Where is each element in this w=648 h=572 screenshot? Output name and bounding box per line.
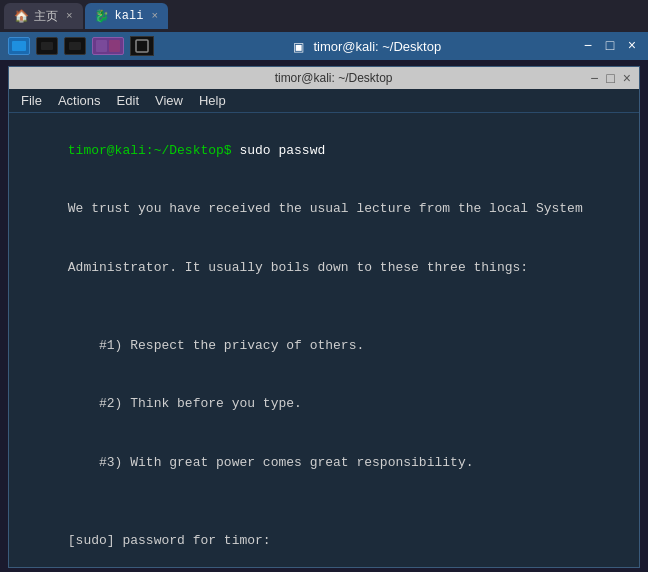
tab-kali-close[interactable]: ×	[151, 10, 158, 22]
text-2: We trust you have received the usual lec…	[68, 201, 583, 216]
menu-file[interactable]: File	[21, 93, 42, 108]
toolbar-icons	[8, 36, 154, 56]
toolbar-icon-4[interactable]	[92, 37, 124, 55]
cmd-1: sudo passwd	[232, 143, 326, 158]
line-3: Administrator. It usually boils down to …	[21, 238, 627, 297]
tab-kali-label: kali	[115, 9, 144, 23]
terminal-maximize[interactable]: □	[606, 70, 614, 86]
terminal-win-controls: − □ ×	[590, 70, 631, 86]
toolbar-icon-1[interactable]	[8, 37, 30, 55]
window-toolbar: ▣ timor@kali: ~/Desktop − □ ×	[0, 32, 648, 60]
toolbar-icon-3[interactable]	[64, 37, 86, 55]
line-7: #3) With great power comes great respons…	[21, 433, 627, 492]
window-title: ▣ timor@kali: ~/Desktop	[293, 39, 441, 54]
line-8	[21, 492, 627, 512]
text-6: #2) Think before you type.	[68, 396, 302, 411]
window-controls: − □ ×	[580, 38, 640, 54]
maximize-button[interactable]: □	[602, 38, 618, 54]
window-title-text: timor@kali: ~/Desktop	[313, 39, 441, 54]
text-9: [sudo] password for timor:	[68, 533, 271, 548]
line-5: #1) Respect the privacy of others.	[21, 316, 627, 375]
kali-icon: 🐉	[95, 9, 109, 23]
terminal-minimize[interactable]: −	[590, 70, 598, 86]
text-7: #3) With great power comes great respons…	[68, 455, 474, 470]
toolbar-icon-2[interactable]	[36, 37, 58, 55]
svg-rect-1	[41, 42, 53, 50]
menu-edit[interactable]: Edit	[117, 93, 139, 108]
tab-home-close[interactable]: ×	[66, 10, 73, 22]
line-2: We trust you have received the usual lec…	[21, 180, 627, 239]
terminal-menubar: File Actions Edit View Help	[9, 89, 639, 113]
menu-view[interactable]: View	[155, 93, 183, 108]
terminal-titlebar: timor@kali: ~/Desktop − □ ×	[9, 67, 639, 89]
text-5: #1) Respect the privacy of others.	[68, 338, 364, 353]
prompt-1: timor@kali:~/Desktop$	[68, 143, 232, 158]
terminal-close[interactable]: ×	[623, 70, 631, 86]
line-6: #2) Think before you type.	[21, 375, 627, 434]
tab-kali[interactable]: 🐉 kali ×	[85, 3, 168, 29]
minimize-button[interactable]: −	[580, 38, 596, 54]
svg-rect-0	[12, 41, 26, 51]
text-3: Administrator. It usually boils down to …	[68, 260, 528, 275]
terminal-content: timor@kali:~/Desktop$ sudo passwd We tru…	[9, 113, 639, 555]
menu-help[interactable]: Help	[199, 93, 226, 108]
menu-actions[interactable]: Actions	[58, 93, 101, 108]
terminal-window: timor@kali: ~/Desktop − □ × File Actions…	[8, 66, 640, 568]
home-icon: 🏠	[14, 9, 28, 23]
tab-bar: 🏠 主页 × 🐉 kali ×	[0, 0, 648, 32]
svg-rect-5	[136, 40, 148, 52]
tab-home-label: 主页	[34, 8, 58, 25]
terminal-title-text: timor@kali: ~/Desktop	[77, 71, 590, 85]
toolbar-icon-5[interactable]	[130, 36, 154, 56]
line-4	[21, 297, 627, 317]
line-1: timor@kali:~/Desktop$ sudo passwd	[21, 121, 627, 180]
svg-rect-3	[96, 40, 107, 52]
close-button[interactable]: ×	[624, 38, 640, 54]
tab-home[interactable]: 🏠 主页 ×	[4, 3, 83, 29]
line-9: [sudo] password for timor:	[21, 511, 627, 555]
svg-rect-2	[69, 42, 81, 50]
svg-rect-4	[109, 40, 120, 52]
